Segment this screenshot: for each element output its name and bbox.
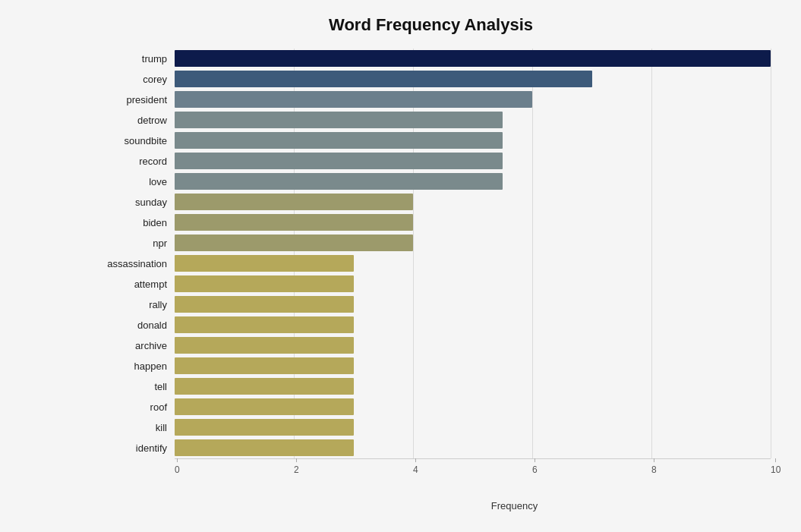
chart-container: Word Frequency Analysis trumpcoreypresid…	[0, 0, 801, 532]
x-tick-line	[296, 458, 297, 462]
bar-row: happen	[91, 356, 771, 376]
bar-row: assassination	[91, 253, 771, 273]
x-tick: 10	[771, 458, 781, 475]
bar-track	[175, 275, 771, 292]
x-tick-line	[535, 458, 535, 462]
bar-label: roof	[91, 401, 175, 413]
bar-track	[175, 50, 771, 67]
bar-fill	[175, 194, 413, 210]
bar-fill	[175, 378, 354, 395]
bar-label: sunday	[91, 197, 175, 208]
grid-line	[771, 49, 771, 458]
bar-row: kill	[91, 417, 771, 437]
bar-track	[175, 398, 771, 415]
bar-track	[175, 173, 771, 190]
bar-label: attempt	[91, 279, 175, 290]
x-tick-label: 10	[771, 464, 781, 475]
bars-section: trumpcoreypresidentdetrowsoundbiterecord…	[91, 49, 771, 458]
bar-track	[175, 316, 771, 333]
bar-row: donald	[91, 315, 771, 335]
bar-fill	[175, 71, 592, 87]
bar-track	[175, 71, 771, 87]
bar-label: donald	[91, 320, 175, 331]
bar-row: sunday	[91, 192, 771, 212]
x-tick-line	[177, 458, 178, 462]
bar-fill	[175, 419, 354, 436]
bar-fill	[175, 398, 354, 415]
bar-label: rally	[91, 299, 175, 310]
bar-row: attempt	[91, 274, 771, 294]
bar-row: identify	[91, 438, 771, 458]
bar-row: biden	[91, 212, 771, 232]
bar-label: detrow	[91, 115, 175, 126]
x-tick: 6	[532, 458, 538, 475]
bar-track	[175, 419, 771, 436]
bar-row: record	[91, 151, 771, 171]
bar-label: assassination	[91, 258, 175, 269]
chart-title: Word Frequency Analysis	[91, 15, 771, 35]
x-tick: 0	[175, 458, 180, 475]
x-tick-label: 0	[175, 464, 180, 475]
bar-label: kill	[91, 422, 175, 433]
x-tick-line	[415, 458, 416, 462]
bar-row: roof	[91, 397, 771, 417]
bar-fill	[175, 91, 532, 108]
x-axis-title: Frequency	[258, 500, 771, 512]
bar-row: president	[91, 90, 771, 109]
bar-fill	[175, 112, 503, 128]
x-tick: 4	[413, 458, 418, 475]
bar-fill	[175, 153, 503, 169]
bar-track	[175, 214, 771, 231]
bar-track	[175, 296, 771, 313]
bar-label: record	[91, 156, 175, 167]
bar-track	[175, 337, 771, 354]
grid-line	[294, 49, 295, 458]
x-tick: 8	[651, 458, 657, 475]
x-axis-line	[175, 458, 771, 459]
bar-track	[175, 194, 771, 210]
bar-fill	[175, 214, 413, 231]
bar-track	[175, 91, 771, 108]
x-tick-label: 6	[532, 464, 538, 475]
bar-fill	[175, 132, 503, 149]
bar-row: trump	[91, 49, 771, 68]
bar-label: corey	[91, 74, 175, 85]
bar-track	[175, 112, 771, 128]
bar-row: love	[91, 172, 771, 191]
bar-fill	[175, 439, 354, 456]
bar-label: archive	[91, 340, 175, 351]
bar-track	[175, 255, 771, 272]
bar-track	[175, 132, 771, 149]
bar-label: happen	[91, 360, 175, 372]
x-tick-label: 2	[294, 464, 299, 475]
bar-fill	[175, 337, 354, 354]
bar-fill	[175, 275, 354, 292]
x-tick-line	[654, 458, 654, 462]
bar-track	[175, 439, 771, 456]
chart-area: trumpcoreypresidentdetrowsoundbiterecord…	[91, 49, 771, 489]
bar-fill	[175, 316, 354, 333]
bar-label: love	[91, 176, 175, 187]
bar-fill	[175, 235, 413, 251]
bar-row: tell	[91, 376, 771, 396]
bar-row: npr	[91, 233, 771, 253]
bar-track	[175, 235, 771, 251]
bar-fill	[175, 357, 354, 374]
bar-fill	[175, 255, 354, 272]
x-tick-label: 8	[651, 464, 657, 475]
x-tick-label: 4	[413, 464, 418, 475]
grid-line	[651, 49, 652, 458]
bar-fill	[175, 296, 354, 313]
bar-track	[175, 153, 771, 169]
bar-label: identify	[91, 442, 175, 454]
x-tick-line	[775, 458, 776, 462]
bar-row: rally	[91, 294, 771, 314]
bar-track	[175, 357, 771, 374]
bar-row: detrow	[91, 110, 771, 130]
grid-line	[532, 49, 533, 458]
bar-label: tell	[91, 381, 175, 392]
bar-fill	[175, 173, 503, 190]
bar-row: archive	[91, 335, 771, 355]
bar-row: soundbite	[91, 131, 771, 150]
x-tick: 2	[294, 458, 299, 475]
